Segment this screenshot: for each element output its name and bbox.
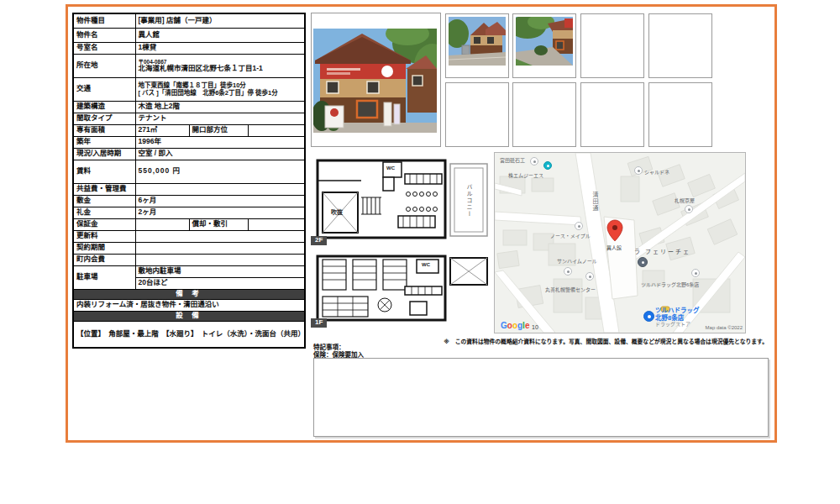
access-value: 地下東西線「南郷１８丁目」徒歩10分 [ バス ]「清田団地線 北野6条2丁目」… [135,77,305,101]
equipment-header: 設 備 [73,311,305,321]
google-logo: Google [501,321,529,330]
wc-label-2f: WC [386,165,395,171]
renewal-label: 更新料 [73,230,135,242]
association-label: 町内会費 [73,254,135,265]
rent-value: 550,000 円 [135,160,305,183]
access-line1: 地下東西線「南郷１８丁目」徒歩10分 [139,81,302,89]
structure-value: 木造 地上2階 [135,101,305,113]
association-value [135,254,305,265]
google-letter: e [525,321,530,330]
contract-label: 契約期間 [73,242,135,254]
built-value: 1996年 [135,136,305,148]
road-label: 清田通 [591,192,599,212]
address-text: 北海道札幌市清田区北野七条１丁目1-1 [139,65,302,73]
guarantee-label: 保証金 [73,218,135,230]
poi-pin [685,205,693,213]
area-value: 271㎡ [135,124,189,136]
poi-pin [575,222,583,230]
access-line2: [ バス ]「清田団地線 北野6条2丁目」停 徒歩1分 [139,89,302,97]
status-label: 現況/入居時期 [73,148,135,160]
poi-pin-teal [543,161,552,170]
floorplan-drawing [311,154,492,332]
poi-pin [691,269,700,277]
access-label: 交通 [73,77,135,101]
status-value: 空室 / 即入 [135,148,305,160]
name-label: 物件名 [73,28,135,42]
name-value: 異人館 [135,28,305,42]
poi-label: 札幌京屋 [675,197,695,204]
map-attribution: Map data ©2022 [706,325,743,330]
page: 物件種目 [事業用] 店舗（一戸建） 物件名 異人館 号室名 1棟貸 所在地 〒… [0,0,840,504]
special-notes-box [313,358,769,437]
built-label: 築年 [73,136,135,148]
parking-value1: 敷地内駐車場 [135,265,305,277]
disclaimer-note: ※ この資料は物件の概略紹介資料になります。写真、間取図面、設備、概要などが現況… [444,337,768,345]
deposit-label: 敷金 [73,195,135,207]
remarks-value: 内装リフォーム済・居抜き物件・清田通沿い [73,299,305,311]
amortization-label: 償却・敷引 [189,218,248,230]
poi-pin [564,267,572,276]
photo-slot-empty-3 [445,82,509,147]
map-base [495,153,745,333]
opening-label: 開口部方位 [189,124,248,136]
rent-label: 賃料 [73,160,135,183]
poi-pin [585,272,594,281]
parking-value2: 20台ほど [135,277,305,289]
map-zoom-level: 10 [532,324,538,330]
equipment-value: 【位置】 角部屋・最上階 【水廻り】 トイレ（水洗）・洗面台（共用） 【冷暖房】… [73,321,305,348]
deposit-value: 6ヶ月 [135,195,305,207]
photo-slot-empty-4 [512,82,576,147]
structure-label: 建築構造 [73,101,135,113]
property-spec-table: 物件種目 [事業用] 店舗（一戸建） 物件名 異人館 号室名 1棟貸 所在地 〒… [72,13,306,349]
main-photo-image [313,29,437,133]
type-label: 物件種目 [73,13,135,28]
location-map: 宮田砥石工 株エムジーエス シャルドネ 札幌京屋 清田通 ノース・メイプル 異人… [494,152,746,333]
property-flyer: 物件種目 [事業用] 店舗（一戸建） 物件名 異人館 号室名 1棟貸 所在地 〒… [66,4,777,443]
poi-label: 株エムジーエス [508,171,543,179]
poi-label: シャルドネ [644,168,669,176]
poi-label: ツルハドラッグ北野6条店 [641,281,699,288]
area-label: 専有面積 [73,124,135,136]
poi-label-gray: ドラッグストア [655,320,690,328]
contract-value [135,242,305,254]
layout-label: 間取タイプ [73,113,135,124]
thumb1-image [449,17,506,66]
poi-pin [530,157,538,165]
address-label: 所在地 [73,54,135,77]
photo-slot-empty-2 [648,13,712,78]
floor2-badge: 2F [311,236,327,245]
poi-label: 丸善札幌警備センター [545,286,596,293]
floorplan: 吹抜 WC バルコニー WC 2F 1F [311,154,492,332]
renewal-value [135,230,305,242]
photo-main [311,13,441,147]
photo-slot-empty-6 [648,82,712,147]
void-label: 吹抜 [331,207,343,216]
amortization-value [248,218,305,230]
unit-label: 号室名 [73,42,135,54]
unit-value: 1棟貸 [135,42,305,54]
remarks-header: 備 考 [73,289,305,299]
poi-pin [634,166,643,175]
balcony-label: バルコニー [465,184,473,218]
opening-value [248,124,305,136]
floor1-badge: 1F [311,318,327,328]
photo-slot-empty-1 [580,13,644,78]
photo-thumb-1 [445,13,509,78]
google-letter: G [501,321,507,330]
poi-label: 宮田砥石工 [500,156,525,164]
property-map-label: 異人館 [606,244,622,251]
poi-label: サンハイムノール [557,257,597,265]
wc-label-1f: WC [422,262,430,267]
poi-label: ラ フェリーチェ [634,247,690,255]
poi-label: ノース・メイプル [550,232,591,239]
address-value: 〒004-0867 北海道札幌市清田区北野七条１丁目1-1 [135,54,305,77]
photo-thumb-2 [512,13,576,78]
fee-value [135,183,305,195]
poi-pin-blue [643,311,654,322]
guarantee-value [135,218,189,230]
key-money-value: 2ヶ月 [135,207,305,218]
photo-slot-empty-5 [580,82,644,147]
poi-pin-dark [638,257,648,267]
type-value: [事業用] 店舗（一戸建） [135,13,305,28]
parking-label: 駐車場 [73,265,135,289]
